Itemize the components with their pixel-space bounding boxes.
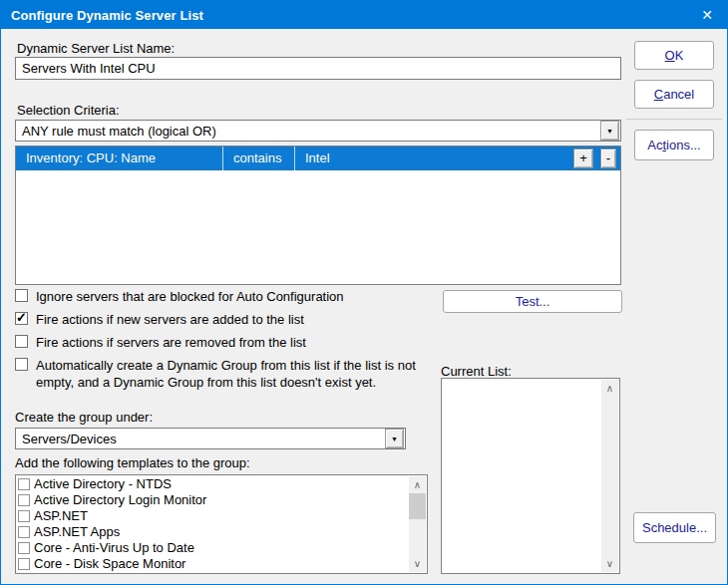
template-row[interactable]: Active Directory - NTDS (17, 476, 409, 492)
template-label: Core - Anti-Virus Up to Date (34, 540, 194, 556)
dialog-title: Configure Dynamic Server List (1, 8, 203, 23)
checkbox-label: Fire actions if new servers are added to… (36, 311, 304, 328)
chevron-down-icon[interactable]: ▼ (385, 429, 404, 448)
template-row[interactable]: Core - Disk Space Monitor (17, 556, 409, 572)
rule-operator: contains (223, 146, 294, 170)
rules-list[interactable]: Inventory: CPU: Name contains Intel + - (15, 146, 621, 285)
checkbox[interactable] (18, 558, 30, 570)
group-under-value: Servers/Devices (16, 432, 385, 446)
schedule-button[interactable]: Schedule... (633, 512, 716, 543)
remove-rule-button[interactable]: - (600, 148, 616, 168)
template-label: Active Directory Login Monitor (34, 492, 206, 508)
current-list-items (443, 380, 601, 572)
templates-list-box[interactable]: Active Directory - NTDS Active Directory… (15, 474, 428, 574)
actions-button[interactable]: Actions... (634, 130, 714, 160)
cancel-button[interactable]: Cancel (634, 80, 714, 109)
server-list-name-label: Dynamic Server List Name: (17, 41, 175, 56)
server-list-name-input[interactable] (15, 57, 621, 80)
selection-criteria-combo[interactable]: ANY rule must match (logical OR) ▼ (15, 120, 621, 142)
title-bar: Configure Dynamic Server List ✕ (1, 1, 727, 29)
button-separator (626, 119, 722, 120)
ok-button[interactable]: OK (634, 41, 714, 70)
template-row[interactable]: Active Directory Login Monitor (17, 492, 409, 508)
current-list-box[interactable]: ∧ ∨ (441, 378, 620, 574)
checkbox[interactable] (18, 510, 30, 522)
current-list-label: Current List: (441, 364, 512, 379)
checkbox[interactable] (18, 526, 30, 538)
checkbox[interactable] (18, 494, 30, 506)
template-row[interactable]: Core - Anti-Virus Up to Date (17, 540, 409, 556)
checkbox[interactable] (18, 478, 30, 490)
chevron-down-icon[interactable]: ∨ (601, 555, 618, 572)
checkbox-row[interactable]: Automatically create a Dynamic Group fro… (15, 357, 442, 391)
chevron-down-icon[interactable]: ∨ (409, 555, 426, 572)
templates-items: Active Directory - NTDS Active Directory… (17, 476, 409, 572)
selection-criteria-label: Selection Criteria: (17, 103, 120, 118)
template-label: Active Directory - NTDS (34, 476, 172, 492)
checkbox-label: Ignore servers that are blocked for Auto… (36, 288, 344, 305)
selection-criteria-value: ANY rule must match (logical OR) (16, 124, 600, 139)
group-under-label: Create the group under: (15, 410, 153, 425)
rule-value: Intel (295, 146, 573, 170)
checkbox-row[interactable]: Fire actions if servers are removed from… (15, 334, 442, 351)
template-row[interactable]: ASP.NET Apps (17, 524, 409, 540)
chevron-up-icon[interactable]: ∧ (601, 380, 618, 397)
checkbox[interactable] (15, 289, 28, 302)
checkbox[interactable] (15, 358, 28, 371)
chevron-up-icon[interactable]: ∧ (409, 476, 426, 493)
current-list-scrollbar[interactable]: ∧ ∨ (601, 380, 618, 572)
checkbox-row[interactable]: Ignore servers that are blocked for Auto… (15, 288, 442, 305)
templates-label: Add the following templates to the group… (15, 455, 250, 470)
template-row[interactable]: ASP.NET (17, 508, 409, 524)
checkbox-label: Fire actions if servers are removed from… (36, 334, 306, 351)
checkbox-label: Automatically create a Dynamic Group fro… (36, 357, 442, 391)
template-label: ASP.NET (34, 508, 88, 524)
checkbox-row[interactable]: Fire actions if new servers are added to… (15, 311, 442, 328)
configure-dynamic-server-list-dialog: Configure Dynamic Server List ✕ Dynamic … (0, 0, 728, 585)
rule-row-selected[interactable]: Inventory: CPU: Name contains Intel + - (16, 146, 620, 170)
close-icon[interactable]: ✕ (687, 1, 727, 29)
template-label: ASP.NET Apps (34, 524, 120, 540)
template-label: Core - Disk Space Monitor (34, 556, 185, 572)
option-checkboxes: Ignore servers that are blocked for Auto… (15, 288, 442, 397)
add-rule-button[interactable]: + (573, 148, 593, 168)
chevron-down-icon[interactable]: ▼ (600, 121, 619, 141)
scrollbar-thumb[interactable] (409, 493, 426, 519)
checkbox[interactable] (15, 312, 28, 325)
checkbox[interactable] (18, 542, 30, 554)
test-button[interactable]: Test... (443, 290, 622, 313)
checkbox[interactable] (15, 335, 28, 348)
templates-scrollbar[interactable]: ∧ ∨ (409, 476, 426, 572)
rule-field: Inventory: CPU: Name (16, 146, 222, 170)
group-under-combo[interactable]: Servers/Devices ▼ (15, 428, 406, 449)
